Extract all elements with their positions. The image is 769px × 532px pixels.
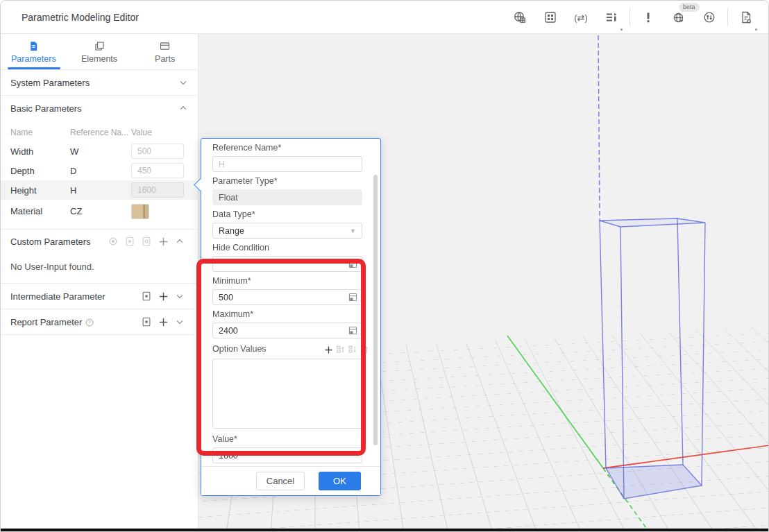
file-circle-icon[interactable]	[138, 234, 155, 249]
header-separator	[727, 8, 728, 26]
section-report-parameter[interactable]: Report Parameter?	[1, 309, 198, 334]
help-icon[interactable]: ?	[85, 318, 94, 327]
table-row-material: Material CZ	[1, 200, 198, 223]
param-table-header: Name Reference Na... Value	[1, 121, 198, 141]
header-icon-group: (⇄) beta	[505, 1, 761, 34]
chevron-down-icon[interactable]	[171, 314, 188, 329]
material-texture-swatch[interactable]	[131, 204, 149, 219]
file-star-icon[interactable]	[138, 314, 155, 329]
window-bottom-edge	[1, 529, 768, 531]
target-icon[interactable]	[105, 234, 121, 249]
field-label: Maximum*	[212, 309, 369, 320]
move-up-icon[interactable]	[336, 345, 346, 354]
tab-elements[interactable]: Elements	[67, 34, 133, 69]
field-label: Minimum*	[212, 276, 369, 287]
parameter-edit-modal: Reference Name* Parameter Type* Float Da…	[201, 138, 381, 496]
ok-button[interactable]: OK	[319, 472, 361, 490]
layers-icon	[94, 40, 105, 52]
app-window: Parametric Modeling Editor (⇄)	[0, 0, 769, 532]
trash-icon[interactable]	[360, 345, 369, 354]
x-axis-red	[603, 445, 769, 468]
box-edge	[600, 221, 606, 468]
globe-beta-icon[interactable]: beta	[664, 1, 694, 34]
left-sidebar: Parameters Elements Parts System Paramet…	[1, 34, 198, 532]
plus-icon[interactable]	[155, 314, 171, 329]
file-star-icon[interactable]	[138, 289, 155, 304]
chevron-down-icon: ▼	[350, 228, 356, 234]
hide-condition-input[interactable]	[212, 256, 362, 272]
table-row-depth: Depth D	[1, 161, 198, 180]
z-axis-blue-dashed	[598, 35, 600, 221]
dropdown-dot	[620, 28, 623, 31]
formula-icon[interactable]	[348, 259, 357, 268]
chevron-down-icon[interactable]	[171, 289, 188, 304]
page-title: Parametric Modeling Editor	[22, 12, 139, 23]
section-system-parameters[interactable]: System Parameters	[1, 70, 198, 95]
file-star-icon[interactable]	[121, 234, 138, 249]
modal-scrollbar[interactable]	[373, 175, 378, 445]
field-label: Parameter Type*	[212, 176, 369, 187]
field-label: Option Values	[212, 344, 323, 355]
parameter-type-field: Float	[212, 189, 362, 205]
table-row-width: Width W	[1, 141, 198, 161]
active-tab-indicator	[8, 67, 60, 69]
chevron-up-icon[interactable]	[171, 234, 188, 249]
section-basic-parameters[interactable]: Basic Parameters	[1, 96, 198, 121]
svg-text:?: ?	[88, 320, 91, 325]
tab-label: Elements	[81, 54, 117, 64]
field-label: Hide Condition	[212, 243, 369, 254]
swap-arrows-icon[interactable]: (⇄)	[566, 1, 596, 34]
formula-icon[interactable]	[348, 293, 357, 302]
option-values-list[interactable]	[212, 359, 362, 429]
sidebar-tabs: Parameters Elements Parts	[1, 34, 198, 70]
field-label: Value*	[212, 434, 369, 445]
depth-value-input[interactable]	[131, 163, 184, 178]
modules-icon[interactable]	[535, 1, 566, 34]
chevron-down-icon	[178, 78, 188, 87]
maximum-input[interactable]	[212, 323, 362, 338]
section-custom-parameters[interactable]: Custom Parameters	[1, 230, 198, 253]
reference-name-input[interactable]	[212, 156, 362, 172]
pillar-alert-icon[interactable]	[633, 1, 664, 34]
field-label: Data Type*	[212, 209, 369, 221]
width-value-input[interactable]	[131, 144, 184, 159]
formula-icon[interactable]	[348, 326, 357, 335]
plus-icon[interactable]	[323, 345, 334, 355]
value-input[interactable]	[212, 447, 362, 463]
modal-content: Reference Name* Parameter Type* Float Da…	[201, 139, 380, 466]
height-value-input[interactable]	[131, 182, 184, 198]
y-axis-green	[507, 336, 603, 468]
modal-footer: Cancel OK	[201, 466, 380, 495]
minimum-input[interactable]	[212, 289, 362, 305]
plus-icon[interactable]	[155, 234, 171, 249]
tab-label: Parameters	[11, 54, 56, 64]
empty-state-text: No User-Input found.	[1, 253, 198, 283]
box-base-face	[606, 465, 702, 499]
tab-label: Parts	[155, 54, 175, 64]
box-edge	[677, 218, 683, 465]
table-row-height[interactable]: Height H	[1, 180, 198, 200]
tab-parts[interactable]: Parts	[132, 34, 198, 69]
move-down-icon[interactable]	[348, 345, 357, 354]
plus-icon[interactable]	[155, 289, 171, 304]
globe-apps-icon[interactable]	[505, 1, 535, 34]
cancel-button[interactable]: Cancel	[256, 472, 305, 490]
box-edge	[620, 227, 624, 499]
header-bar: Parametric Modeling Editor (⇄)	[1, 1, 768, 34]
data-type-select[interactable]: Range ▼	[212, 223, 362, 239]
box-top-face	[600, 218, 705, 227]
sync-vertical-icon[interactable]	[694, 1, 725, 34]
document-export-icon[interactable]	[731, 1, 761, 34]
field-label: Reference Name*	[212, 143, 369, 154]
dropdown-dot	[755, 28, 757, 31]
box-edge	[702, 223, 705, 486]
file-icon	[28, 40, 40, 52]
section-intermediate-parameter[interactable]: Intermediate Parameter	[1, 284, 198, 309]
divider	[1, 334, 198, 335]
tab-parameters[interactable]: Parameters	[1, 34, 67, 69]
list-info-icon[interactable]	[596, 1, 627, 34]
header-separator	[629, 8, 630, 26]
drawer-icon	[159, 40, 171, 52]
chevron-up-icon	[178, 103, 188, 113]
